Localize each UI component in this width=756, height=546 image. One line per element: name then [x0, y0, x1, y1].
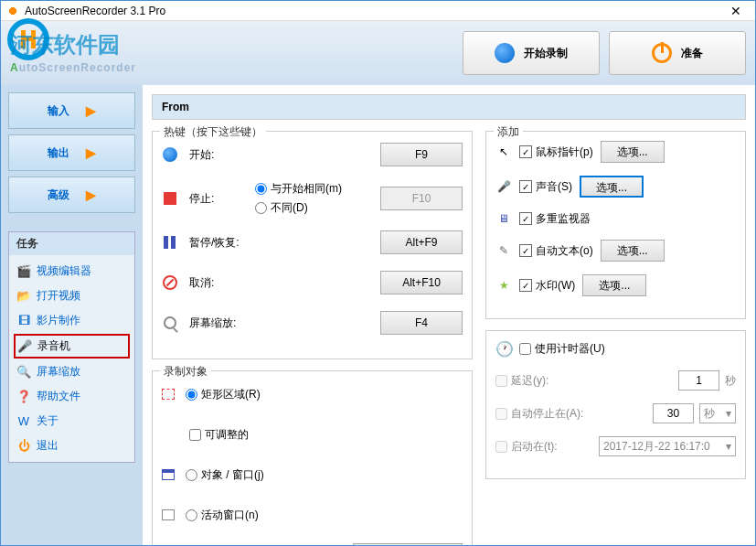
task-item-7[interactable]: ⏻退出	[13, 434, 131, 458]
cancel-icon	[162, 274, 178, 291]
stop-diff-radio[interactable]: 不同(D)	[255, 200, 342, 216]
task-item-2[interactable]: 🎞影片制作	[13, 308, 131, 333]
task-icon: 🔍	[16, 365, 31, 380]
add-row-0: ↖ ✓鼠标指针(p) 选项...	[495, 141, 736, 163]
object-radio[interactable]: 对象 / 窗口(j)	[186, 467, 264, 483]
task-item-5[interactable]: ❓帮助文件	[13, 384, 131, 409]
task-item-0[interactable]: 🎬视频编辑器	[13, 259, 131, 284]
category-output[interactable]: 输出▶	[8, 134, 135, 171]
rect-icon	[162, 389, 175, 400]
add-check-2[interactable]: ✓多重监视器	[519, 211, 591, 227]
record-button[interactable]: 开始录制	[463, 31, 600, 75]
add-row-2: 🖥 ✓多重监视器	[495, 210, 736, 227]
active-radio[interactable]: 活动窗口(n)	[186, 508, 259, 523]
add-item-icon: 🖥	[495, 210, 512, 227]
option-button-1[interactable]: 选项...	[580, 176, 644, 198]
power-icon	[652, 43, 672, 63]
option-button-3[interactable]: 选项...	[601, 240, 665, 262]
starton-check[interactable]: 启动在(t):	[495, 439, 558, 455]
add-fieldset: 添加 ↖ ✓鼠标指针(p) 选项... 🎤 ✓声音(S) 选项... 🖥 ✓多重…	[485, 131, 746, 319]
section-title: From	[152, 94, 746, 120]
add-check-0[interactable]: ✓鼠标指针(p)	[519, 145, 593, 160]
starton-combo[interactable]: 2017-12月-22 16:17:0▾	[599, 436, 736, 456]
ready-button[interactable]: 准备	[609, 31, 746, 75]
delay-check[interactable]: 延迟(y):	[495, 373, 548, 389]
stop-same-radio[interactable]: 与开始相同(m)	[255, 181, 342, 197]
start-icon	[162, 146, 178, 163]
window-icon	[162, 469, 175, 480]
add-item-icon: 🎤	[495, 178, 512, 195]
tasks-panel: 任务 🎬视频编辑器📂打开视频🎞影片制作🎤录音机🔍屏幕缩放❓帮助文件W关于⏻退出	[8, 231, 135, 463]
task-item-4[interactable]: 🔍屏幕缩放	[13, 359, 131, 384]
stop-icon	[162, 190, 178, 207]
rect-radio[interactable]: 矩形区域(R)	[186, 387, 261, 402]
content: From 热键（按下这些键） 开始: F9 停止:	[143, 85, 755, 545]
sidebar: 输入▶ 输出▶ 高级▶ 任务 🎬视频编辑器📂打开视频🎞影片制作🎤录音机🔍屏幕缩放…	[1, 85, 143, 545]
task-icon: ⏻	[16, 439, 31, 454]
delay-spinner[interactable]	[678, 370, 719, 391]
hotkeys-fieldset: 热键（按下这些键） 开始: F9 停止: 与开始相同(m)	[152, 131, 473, 359]
option-button-4[interactable]: 选项...	[582, 274, 646, 296]
close-button[interactable]: ✕	[722, 4, 750, 18]
brand-text: AutoScreenRecorder	[10, 53, 136, 77]
window-title: AutoScreenRecorder 3.1 Pro	[25, 5, 165, 17]
category-input[interactable]: 输入▶	[8, 92, 135, 129]
task-icon: ❓	[16, 390, 31, 404]
task-icon: 🎞	[16, 314, 31, 328]
clock-icon: 🕐	[495, 340, 514, 358]
task-item-1[interactable]: 📂打开视频	[13, 284, 131, 308]
add-row-1: 🎤 ✓声音(S) 选项...	[495, 176, 736, 198]
zoom-icon	[162, 315, 178, 331]
task-icon: 📂	[16, 289, 31, 304]
option-button-0[interactable]: 选项...	[601, 141, 665, 163]
app-icon	[6, 5, 19, 17]
target-fieldset: 录制对象 矩形区域(R) 可调整的 对象 / 窗口(j)	[152, 370, 473, 545]
use-timer-check[interactable]: 使用计时器(U)	[519, 341, 605, 357]
adjustable-check[interactable]: 可调整的	[189, 427, 249, 443]
add-item-icon: ↖	[495, 144, 512, 160]
timer-fieldset: 🕐 使用计时器(U) 延迟(y): 秒 自动停止在(A): 秒▾	[485, 330, 746, 479]
titlebar: AutoScreenRecorder 3.1 Pro ✕	[1, 1, 755, 21]
autostop-spinner[interactable]	[653, 403, 694, 423]
tasks-title: 任务	[9, 232, 134, 255]
zoom-hotkey-button[interactable]: F4	[380, 311, 463, 335]
task-item-6[interactable]: W关于	[13, 409, 131, 434]
pause-hotkey-button[interactable]: Alt+F9	[380, 230, 463, 254]
task-icon: 🎤	[17, 339, 32, 354]
record-icon	[495, 43, 515, 63]
task-item-3[interactable]: 🎤录音机	[14, 334, 130, 359]
add-row-4: ★ ✓水印(W) 选项...	[495, 274, 736, 296]
autostop-unit-combo[interactable]: 秒▾	[699, 403, 736, 423]
header: 河东软件园 AutoScreenRecorder 开始录制 准备	[1, 21, 755, 85]
autostop-check[interactable]: 自动停止在(A):	[495, 406, 583, 422]
category-advanced[interactable]: 高级▶	[8, 177, 135, 213]
stop-hotkey-button[interactable]: F10	[380, 187, 463, 210]
coords-button[interactable]: 100,100 - 500,500	[353, 543, 463, 545]
add-check-3[interactable]: ✓自动文本(o)	[519, 243, 593, 259]
add-item-icon: ✎	[495, 242, 512, 259]
cancel-hotkey-button[interactable]: Alt+F10	[380, 271, 463, 294]
start-hotkey-button[interactable]: F9	[380, 143, 463, 166]
add-row-3: ✎ ✓自动文本(o) 选项...	[495, 240, 736, 262]
task-icon: W	[16, 414, 31, 429]
task-icon: 🎬	[16, 264, 31, 279]
add-check-4[interactable]: ✓水印(W)	[519, 278, 575, 294]
active-icon	[162, 509, 175, 520]
add-item-icon: ★	[495, 277, 512, 294]
add-check-1[interactable]: ✓声音(S)	[519, 179, 572, 195]
pause-icon	[162, 234, 178, 251]
